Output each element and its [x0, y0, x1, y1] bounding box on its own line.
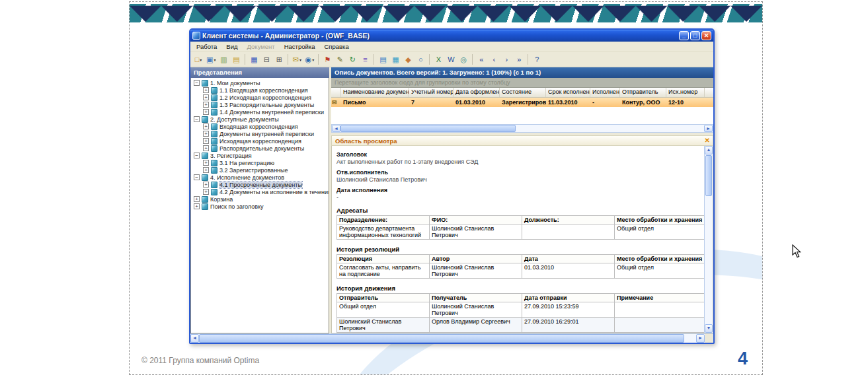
chart-icon[interactable]: ◆	[402, 53, 414, 66]
tree-item-na-ispolnenie-5-dney[interactable]: +4.2 Документы на исполнение в течении 5…	[191, 188, 329, 195]
table-view-icon[interactable]: ▦	[389, 53, 401, 66]
tree-item-korzina[interactable]: +Корзина	[191, 195, 329, 203]
copy-document-icon[interactable]: ▥	[217, 53, 229, 66]
clock-icon[interactable]: ○	[414, 53, 426, 66]
export-word-icon[interactable]: W	[445, 53, 457, 66]
history-icon[interactable]: ≡	[359, 53, 371, 66]
print-icon[interactable]: ⊟	[260, 53, 272, 66]
scroll-left-icon[interactable]: ◄	[190, 334, 199, 343]
expander-icon[interactable]: +	[203, 189, 209, 195]
column-header-icon[interactable]	[331, 88, 341, 97]
expander-icon[interactable]: +	[194, 196, 200, 202]
window-horizontal-scrollbar[interactable]: ◄ ►	[190, 333, 713, 343]
table-row[interactable]: Согласовать акты, направить на подписани…	[337, 263, 705, 279]
expander-icon[interactable]: +	[203, 138, 209, 144]
expander-icon[interactable]: −	[194, 116, 200, 122]
nav-first-icon[interactable]: «	[475, 53, 487, 66]
expander-icon[interactable]: +	[203, 145, 209, 151]
menu-item-nastroika[interactable]: Настройка	[280, 42, 320, 51]
table-row[interactable]: Орлов Владимир СергеевичШолинский Станис…	[337, 333, 705, 333]
preview-vertical-scrollbar[interactable]: ▲ ▼	[704, 146, 713, 333]
flag-icon[interactable]: ⚑	[321, 53, 333, 66]
window-titlebar[interactable]: Клиент системы - Администратор - (OWF_BA…	[190, 30, 713, 42]
search-icon[interactable]: ◉▾	[303, 53, 315, 66]
table-row[interactable]: Общий отделШолинский Станислав Петрович2…	[337, 302, 705, 318]
scroll-thumb[interactable]	[340, 125, 516, 132]
scroll-track[interactable]	[516, 125, 704, 132]
new-document-icon[interactable]: □▾	[192, 53, 204, 66]
menu-item-vid[interactable]: Вид	[221, 42, 242, 51]
tree-item-dost-vnutrennyaya[interactable]: +Документы внутренней переписки	[191, 130, 329, 137]
column-header-7[interactable]: Исх.номер	[666, 88, 705, 97]
tree-item-dost-rasporyaditelnye[interactable]: +Распорядительные документы	[191, 145, 329, 152]
tree-item-poisk-po-zagolovku[interactable]: +Поиск по заголовку	[191, 203, 329, 210]
menu-item-dokument[interactable]: Документ	[243, 42, 280, 51]
expander-icon[interactable]: +	[203, 167, 209, 173]
expander-icon[interactable]: +	[203, 87, 209, 93]
refresh-icon[interactable]: ↻	[346, 53, 358, 66]
preview-close-icon[interactable]: ✕	[705, 137, 710, 144]
column-header-3[interactable]: Состояние	[500, 88, 546, 97]
tree-item-ishodyashchaya-1-2[interactable]: +1.2 Исходящая корреспонденция	[191, 94, 329, 101]
table-row[interactable]: Руководство департамента информационных …	[337, 224, 705, 240]
expander-icon[interactable]: +	[203, 160, 209, 166]
card-view-icon[interactable]: ▤	[377, 53, 389, 66]
open-card-icon[interactable]: ▣▾	[205, 53, 217, 66]
tree-item-zaregistrirovannye[interactable]: +3.2 Зарегистрированные	[191, 166, 329, 174]
expander-icon[interactable]: +	[203, 102, 209, 108]
tree-item-na-registratsiyu[interactable]: +3.1 На регистрацию	[191, 159, 329, 166]
scroll-up-icon[interactable]: ▲	[705, 146, 713, 155]
nav-next-icon[interactable]: ›	[500, 53, 512, 66]
expander-icon[interactable]: +	[194, 203, 200, 209]
scroll-right-icon[interactable]: ►	[696, 334, 705, 343]
column-header-2[interactable]: Дата оформления	[454, 88, 500, 97]
expander-icon[interactable]: +	[203, 109, 209, 115]
scroll-left-icon[interactable]: ◄	[332, 125, 340, 132]
minimize-button[interactable]: _	[679, 31, 689, 40]
expander-icon[interactable]: +	[203, 131, 209, 137]
tree-item-vhodyashchaya-1-1[interactable]: +1.1 Входящая корреспонденция	[191, 86, 329, 94]
tree-item-dost-vhodyashchaya[interactable]: +Входящая корреспонденция	[191, 123, 329, 130]
column-header-1[interactable]: Учетный номер	[409, 88, 454, 97]
edit-icon[interactable]: ✎	[334, 53, 346, 66]
export-excel-icon[interactable]: X	[432, 53, 444, 66]
nav-prev-icon[interactable]: ‹	[488, 53, 500, 66]
document-row[interactable]: ✉Письмо701.03.2010Зарегистрирован11.03.2…	[331, 98, 713, 107]
resize-grip[interactable]	[705, 334, 713, 343]
scroll-thumb[interactable]	[199, 334, 684, 343]
globe-icon[interactable]: ◎	[457, 53, 469, 66]
table-row[interactable]: Шолинский Станислав ПетровичОрлов Владим…	[337, 318, 705, 333]
close-button[interactable]: ✕	[701, 31, 711, 40]
scroll-thumb[interactable]	[705, 155, 712, 196]
scroll-track[interactable]	[705, 197, 713, 324]
menu-item-spravka[interactable]: Справка	[319, 42, 353, 51]
doclist-horizontal-scrollbar[interactable]: ◄ ►	[331, 124, 713, 133]
column-header-4[interactable]: Срок исполнения	[546, 88, 590, 97]
menu-item-rabota[interactable]: Работа	[192, 42, 221, 51]
expander-icon[interactable]: +	[203, 182, 209, 188]
column-header-0[interactable]: Наименование документа	[341, 88, 409, 97]
add-to-folder-icon[interactable]: ▤	[230, 53, 242, 66]
expander-icon[interactable]: +	[203, 123, 209, 129]
scroll-right-icon[interactable]: ►	[704, 125, 713, 132]
column-header-6[interactable]: Отправитель	[620, 88, 666, 97]
tree-item-moi-dokumenty[interactable]: −1. Мои документы	[191, 79, 329, 86]
tree-item-vnutrennyaya-1-4[interactable]: +1.4 Документы внутренней переписки	[191, 108, 329, 116]
tree-item-dost-ishodyashchaya[interactable]: +Исходящая корреспонденция	[191, 137, 329, 145]
save-icon[interactable]: ▦	[248, 53, 260, 66]
expander-icon[interactable]: +	[203, 94, 209, 100]
tree-item-prosrochennye-dokumenty[interactable]: +4.1 Просроченные документы	[191, 181, 329, 188]
expander-icon[interactable]: −	[194, 174, 200, 180]
tree-item-dostupnye-dokumenty[interactable]: −2. Доступные документы	[191, 116, 329, 123]
nav-last-icon[interactable]: »	[513, 53, 525, 66]
print-preview-icon[interactable]: ⊞	[273, 53, 285, 66]
help-icon[interactable]: ?	[531, 53, 543, 66]
group-hint-bar[interactable]: Перетащите заголовок сюда для группировк…	[331, 78, 713, 88]
tree-item-ispolnenie-dokumentov[interactable]: −4. Исполнение документов	[191, 174, 329, 181]
send-mail-icon[interactable]: ✉▾	[291, 53, 303, 66]
maximize-button[interactable]: □	[690, 31, 700, 40]
tree-item-rasporyaditelnye-1-3[interactable]: +1.3 Распорядительные документы	[191, 101, 329, 108]
expander-icon[interactable]: −	[194, 80, 200, 86]
tree-item-registratsiya[interactable]: −3. Регистрация	[191, 152, 329, 159]
expander-icon[interactable]: −	[194, 153, 200, 158]
